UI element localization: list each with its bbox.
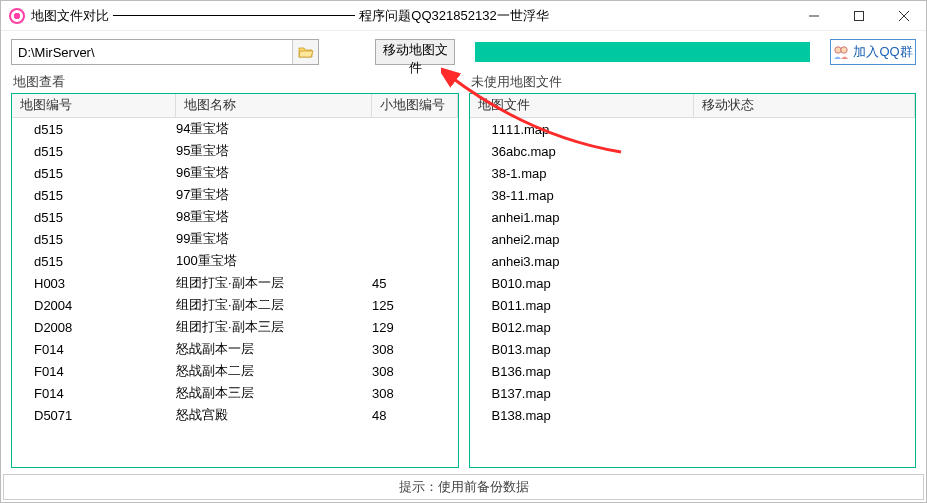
cell-file-name: 38-1.map: [470, 166, 694, 181]
table-row[interactable]: d51598重宝塔: [12, 206, 458, 228]
cell-map-name: 100重宝塔: [176, 252, 372, 270]
cell-file-name: B137.map: [470, 386, 694, 401]
qq-group-icon: [833, 44, 849, 60]
list-item[interactable]: B012.map: [470, 316, 916, 338]
cell-map-id: D2008: [12, 320, 176, 335]
left-header-col3[interactable]: 小地图编号: [372, 94, 458, 117]
cell-file-name: anhei2.map: [470, 232, 694, 247]
cell-minimap-id: 45: [372, 276, 458, 291]
table-row[interactable]: D5071怒战宫殿48: [12, 404, 458, 426]
right-header-col1[interactable]: 地图文件: [470, 94, 694, 117]
join-qq-button[interactable]: 加入QQ群: [830, 39, 916, 65]
list-item[interactable]: B136.map: [470, 360, 916, 382]
table-row[interactable]: F014怒战副本三层308: [12, 382, 458, 404]
cell-map-id: F014: [12, 386, 176, 401]
cell-map-name: 96重宝塔: [176, 164, 372, 182]
table-row[interactable]: d51594重宝塔: [12, 118, 458, 140]
cell-map-name: 95重宝塔: [176, 142, 372, 160]
cell-file-name: B013.map: [470, 342, 694, 357]
table-row[interactable]: D2004组团打宝·副本二层125: [12, 294, 458, 316]
cell-map-id: d515: [12, 188, 176, 203]
cell-map-id: d515: [12, 254, 176, 269]
cell-map-name: 组团打宝·副本二层: [176, 296, 372, 314]
left-header-col1[interactable]: 地图编号: [12, 94, 176, 117]
left-list-body[interactable]: d51594重宝塔d51595重宝塔d51596重宝塔d51597重宝塔d515…: [12, 118, 458, 467]
cell-file-name: 36abc.map: [470, 144, 694, 159]
table-row[interactable]: d51597重宝塔: [12, 184, 458, 206]
left-listbox: 地图编号 地图名称 小地图编号 d51594重宝塔d51595重宝塔d51596…: [11, 93, 459, 468]
cell-map-id: D5071: [12, 408, 176, 423]
cell-file-name: 38-11.map: [470, 188, 694, 203]
cell-map-name: 怒战副本三层: [176, 384, 372, 402]
cell-file-name: anhei3.map: [470, 254, 694, 269]
cell-map-id: d515: [12, 122, 176, 137]
cell-map-id: H003: [12, 276, 176, 291]
cell-minimap-id: 129: [372, 320, 458, 335]
right-header-col2[interactable]: 移动状态: [694, 94, 916, 117]
cell-map-id: F014: [12, 342, 176, 357]
list-item[interactable]: anhei3.map: [470, 250, 916, 272]
cell-map-id: F014: [12, 364, 176, 379]
cell-file-name: B011.map: [470, 298, 694, 313]
list-item[interactable]: B010.map: [470, 272, 916, 294]
left-panel-title: 地图查看: [13, 73, 459, 91]
browse-button[interactable]: [292, 40, 318, 64]
cell-map-name: 97重宝塔: [176, 186, 372, 204]
maximize-icon: [854, 11, 864, 21]
left-header-col2[interactable]: 地图名称: [176, 94, 372, 117]
table-row[interactable]: d515100重宝塔: [12, 250, 458, 272]
list-item[interactable]: B013.map: [470, 338, 916, 360]
table-row[interactable]: d51599重宝塔: [12, 228, 458, 250]
cell-file-name: B138.map: [470, 408, 694, 423]
list-item[interactable]: 1111.map: [470, 118, 916, 140]
table-row[interactable]: F014怒战副本一层308: [12, 338, 458, 360]
list-item[interactable]: B138.map: [470, 404, 916, 426]
close-button[interactable]: [881, 1, 926, 30]
close-icon: [899, 11, 909, 21]
table-row[interactable]: F014怒战副本二层308: [12, 360, 458, 382]
cell-file-name: B010.map: [470, 276, 694, 291]
list-item[interactable]: 38-1.map: [470, 162, 916, 184]
right-panel-title: 未使用地图文件: [471, 73, 917, 91]
cell-minimap-id: 308: [372, 364, 458, 379]
join-qq-label: 加入QQ群: [853, 43, 912, 61]
left-list-header: 地图编号 地图名称 小地图编号: [12, 94, 458, 118]
path-input[interactable]: [12, 45, 292, 60]
cell-map-id: D2004: [12, 298, 176, 313]
list-item[interactable]: anhei2.map: [470, 228, 916, 250]
cell-file-name: B012.map: [470, 320, 694, 335]
list-item[interactable]: B011.map: [470, 294, 916, 316]
cell-map-name: 99重宝塔: [176, 230, 372, 248]
maximize-button[interactable]: [836, 1, 881, 30]
cell-minimap-id: 48: [372, 408, 458, 423]
list-item[interactable]: B137.map: [470, 382, 916, 404]
list-item[interactable]: anhei1.map: [470, 206, 916, 228]
svg-point-4: [835, 47, 841, 53]
minimize-icon: [809, 11, 819, 21]
cell-map-name: 怒战副本一层: [176, 340, 372, 358]
list-item[interactable]: 36abc.map: [470, 140, 916, 162]
cell-file-name: B136.map: [470, 364, 694, 379]
table-row[interactable]: D2008组团打宝·副本三层129: [12, 316, 458, 338]
right-list-header: 地图文件 移动状态: [470, 94, 916, 118]
right-listbox: 地图文件 移动状态 1111.map36abc.map38-1.map38-11…: [469, 93, 917, 468]
window-title: 地图文件对比: [31, 7, 109, 25]
svg-point-5: [841, 47, 847, 53]
svg-rect-1: [854, 11, 863, 20]
title-separator: [113, 15, 355, 16]
list-item[interactable]: 38-11.map: [470, 184, 916, 206]
cell-minimap-id: 125: [372, 298, 458, 313]
path-field-wrap: [11, 39, 319, 65]
table-row[interactable]: d51595重宝塔: [12, 140, 458, 162]
move-files-button[interactable]: 移动地图文件: [375, 39, 455, 65]
minimize-button[interactable]: [791, 1, 836, 30]
table-row[interactable]: d51596重宝塔: [12, 162, 458, 184]
right-list-body[interactable]: 1111.map36abc.map38-1.map38-11.mapanhei1…: [470, 118, 916, 467]
cell-map-id: d515: [12, 232, 176, 247]
cell-map-name: 组团打宝·副本三层: [176, 318, 372, 336]
cell-map-id: d515: [12, 210, 176, 225]
table-row[interactable]: H003组团打宝·副本一层45: [12, 272, 458, 294]
cell-map-name: 怒战宫殿: [176, 406, 372, 424]
progress-bar: [475, 42, 810, 62]
footer-hint: 提示：使用前备份数据: [3, 474, 924, 500]
